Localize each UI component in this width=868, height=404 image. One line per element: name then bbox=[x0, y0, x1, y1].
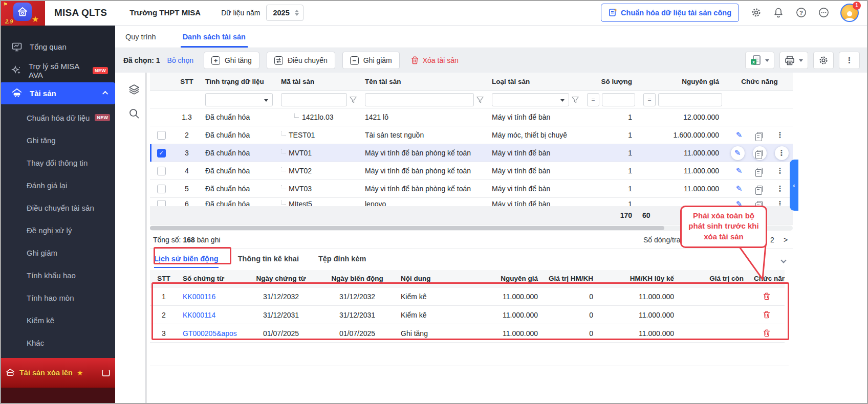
sidebar-subitem[interactable]: Điều chuyển tài sản bbox=[0, 196, 115, 219]
document-link[interactable]: KK000116 bbox=[178, 293, 243, 301]
sidebar-subitem[interactable]: Tính khấu hao bbox=[0, 264, 115, 286]
edit-button[interactable]: ✎ bbox=[733, 165, 745, 177]
next-page-button[interactable]: > bbox=[782, 236, 790, 244]
collapse-panel-icon[interactable] bbox=[782, 256, 786, 264]
cost-filter-input[interactable] bbox=[658, 93, 722, 106]
table-row[interactable]: 6Đã chuẩn hóaMItest5lenovoMáy vi tính để… bbox=[150, 198, 793, 206]
expand-panel-button[interactable]: ‹ bbox=[790, 160, 798, 211]
asset-column-header[interactable]: Nguyên giá bbox=[639, 78, 726, 85]
export-excel-button[interactable]: x bbox=[745, 52, 774, 69]
document-link[interactable]: KK000114 bbox=[178, 311, 243, 319]
edit-button[interactable]: ✎ bbox=[731, 146, 745, 160]
page-number[interactable]: 2 bbox=[768, 236, 776, 244]
asset-column-header[interactable]: Chức năng bbox=[726, 78, 793, 85]
funnel-icon[interactable] bbox=[572, 96, 579, 103]
standardize-button[interactable]: ★ Chuẩn hóa dữ liệu tài sản công bbox=[601, 4, 739, 22]
asset-column-header[interactable]: Loại tài sản bbox=[488, 78, 583, 85]
asset-column-header[interactable]: STT bbox=[172, 78, 201, 85]
scrollbar-thumb[interactable] bbox=[150, 226, 664, 230]
table-row[interactable]: ✓3Đã chuẩn hóaMVT01Máy vi tính để bàn ph… bbox=[150, 144, 793, 162]
edit-button[interactable]: ✎ bbox=[733, 198, 745, 206]
year-select[interactable]: 2025 bbox=[266, 5, 303, 21]
increase-button[interactable]: + Ghi tăng bbox=[204, 52, 259, 69]
sidebar-subitem[interactable]: Ghi giảm bbox=[0, 241, 115, 264]
delete-history-button[interactable] bbox=[749, 311, 785, 319]
history-column-header[interactable]: Ngày chứng từ bbox=[243, 275, 319, 282]
row-menu-button[interactable]: ⋮ bbox=[774, 129, 786, 141]
user-avatar[interactable]: 1 bbox=[840, 4, 859, 22]
history-column-header[interactable]: Nguyên giá bbox=[467, 275, 543, 282]
asset-column-header[interactable]: Tên tài sản bbox=[361, 78, 488, 85]
history-column-header[interactable]: STT bbox=[150, 275, 178, 282]
history-column-header[interactable]: Số chứng từ bbox=[178, 275, 243, 282]
table-row[interactable]: 1.3Đã chuẩn hóa1421lo.031421 lôMáy vi tí… bbox=[150, 108, 793, 126]
org-name[interactable]: Trường THPT MISA bbox=[129, 8, 201, 17]
sidebar-item-tro-ly-so[interactable]: Trợ lý số MISA AVA NEW bbox=[0, 59, 115, 82]
sidebar-subitem[interactable]: Ghi tăng bbox=[0, 129, 115, 151]
row-menu-button[interactable]: ⋮ bbox=[774, 183, 786, 195]
row-checkbox[interactable] bbox=[157, 131, 166, 140]
search-icon[interactable] bbox=[128, 108, 140, 121]
tab-lich-su-bien-dong[interactable]: Lịch sử biến động bbox=[154, 255, 219, 268]
app-logo[interactable]: ⚑ ★ 2.9 bbox=[0, 0, 45, 26]
promo-banner[interactable]: Tài sản xóa lên ★ bbox=[0, 358, 115, 404]
document-link[interactable]: GT000205&apos bbox=[178, 329, 243, 338]
duplicate-button[interactable] bbox=[753, 183, 766, 195]
equals-operator[interactable]: = bbox=[643, 93, 656, 106]
asset-column-header[interactable]: Tình trạng dữ liệu bbox=[201, 78, 277, 85]
tab-danh-sach-tai-san[interactable]: Danh sách tài sản bbox=[181, 33, 248, 48]
more-menu-button[interactable]: ⋮ bbox=[839, 52, 860, 69]
sidebar-item-tai-san[interactable]: Tài sản bbox=[0, 82, 115, 105]
row-menu-button[interactable]: ⋮ bbox=[775, 146, 789, 160]
edit-button[interactable]: ✎ bbox=[733, 183, 745, 195]
grid-settings-button[interactable] bbox=[813, 52, 834, 69]
tab-thong-tin-ke-khai[interactable]: Thông tin kê khai bbox=[238, 255, 299, 268]
table-row[interactable]: 2Đã chuẩn hóaTEST01Tài sản test nguồnMáy… bbox=[150, 126, 793, 144]
duplicate-button[interactable] bbox=[753, 146, 767, 160]
decrease-button[interactable]: − Ghi giảm bbox=[342, 52, 400, 69]
duplicate-button[interactable] bbox=[753, 129, 766, 141]
sidebar-subitem[interactable]: Khác bbox=[0, 331, 115, 354]
delete-history-button[interactable] bbox=[749, 329, 785, 337]
row-menu-button[interactable]: ⋮ bbox=[774, 165, 786, 177]
sidebar-subitem[interactable]: Chuẩn hóa dữ liệuNEW bbox=[0, 106, 115, 129]
row-checkbox[interactable]: ✓ bbox=[157, 149, 166, 158]
row-checkbox[interactable] bbox=[157, 200, 166, 207]
code-filter-input[interactable] bbox=[281, 93, 347, 106]
history-column-header[interactable]: HM/KH lũy kế bbox=[598, 275, 679, 282]
notifications-bell-icon[interactable] bbox=[773, 7, 784, 18]
spinner-icon[interactable] bbox=[295, 10, 299, 16]
row-menu-button[interactable]: ⋮ bbox=[774, 198, 786, 206]
row-checkbox[interactable] bbox=[157, 167, 166, 175]
funnel-icon[interactable] bbox=[350, 96, 357, 103]
edit-button[interactable]: ✎ bbox=[733, 129, 745, 141]
sidebar-subitem[interactable]: Đề nghị xử lý bbox=[0, 219, 115, 241]
table-row[interactable]: 5Đã chuẩn hóaMVT03Máy vi tính để bàn phò… bbox=[150, 180, 793, 198]
print-button[interactable] bbox=[779, 52, 808, 69]
tab-quy-trinh[interactable]: Quy trình bbox=[123, 33, 158, 48]
funnel-icon[interactable] bbox=[476, 96, 484, 103]
clear-selection-link[interactable]: Bỏ chọn bbox=[167, 56, 193, 64]
table-row[interactable]: 4Đã chuẩn hóaMVT02Máy vi tính để bàn phò… bbox=[150, 162, 793, 180]
sidebar-subitem[interactable]: Đánh giá lại bbox=[0, 174, 115, 196]
more-options-icon[interactable] bbox=[818, 7, 829, 18]
history-column-header[interactable]: Ngày biến động bbox=[319, 275, 396, 282]
history-column-header[interactable]: Giá trị HM/KH bbox=[543, 275, 598, 282]
sidebar-subitem[interactable]: Kiểm kê bbox=[0, 309, 115, 331]
type-filter-select[interactable] bbox=[492, 93, 569, 106]
asset-column-header[interactable]: Số lượng bbox=[583, 78, 639, 85]
transfer-button[interactable]: Điều chuyển bbox=[267, 52, 335, 69]
tab-tep-dinh-kem[interactable]: Tệp đính kèm bbox=[318, 255, 366, 268]
help-icon[interactable]: ? bbox=[795, 7, 807, 18]
sidebar-item-tong-quan[interactable]: Tổng quan bbox=[0, 35, 115, 59]
asset-column-header[interactable]: Mã tài sản bbox=[277, 78, 361, 85]
duplicate-button[interactable] bbox=[753, 165, 766, 177]
delete-asset-button[interactable]: Xóa tài sản bbox=[411, 56, 459, 64]
history-column-header[interactable]: Nội dung bbox=[396, 275, 467, 282]
duplicate-button[interactable] bbox=[753, 198, 766, 206]
delete-history-button[interactable] bbox=[749, 293, 785, 300]
sidebar-subitem[interactable]: Tính hao mòn bbox=[0, 286, 115, 309]
status-filter-select[interactable] bbox=[205, 93, 273, 106]
settings-gear-icon[interactable] bbox=[750, 7, 762, 18]
sidebar-subitem[interactable]: Thay đổi thông tin bbox=[0, 151, 115, 174]
